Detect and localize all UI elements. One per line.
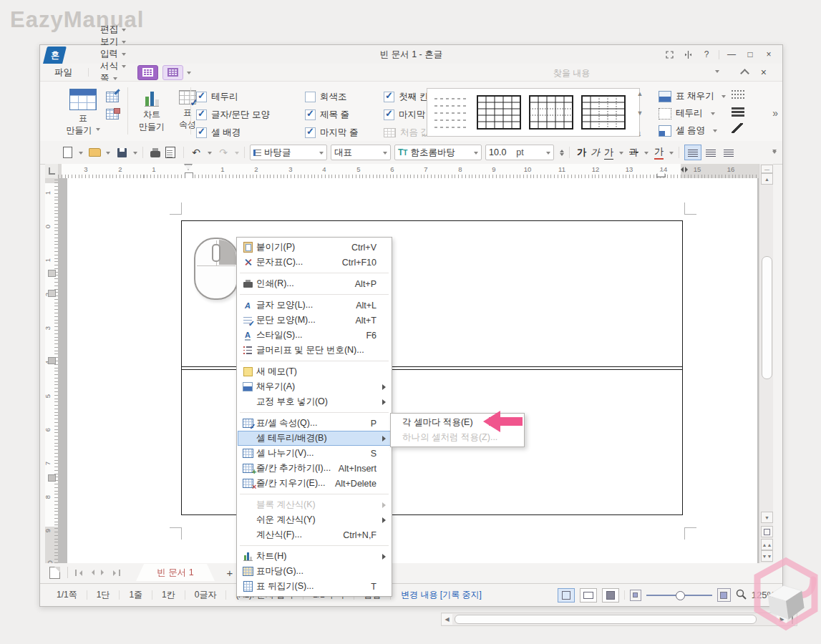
ribbon-checkbox[interactable]: 회색조 [305,88,384,106]
chevron-down-icon[interactable] [187,72,191,77]
context-menu-item[interactable]: 줄/칸 지우기(E)... Alt+Delete [238,476,391,491]
split-handle-icon[interactable]: — [761,165,773,173]
scroll-down-icon[interactable]: ▼ [761,512,773,523]
column-resize-marker[interactable] [678,167,691,172]
row-marker[interactable] [48,474,56,482]
new-document-button[interactable] [60,145,74,160]
chevron-down-icon[interactable] [106,152,110,157]
zoom-slider-knob[interactable] [676,591,685,600]
table-fill-button[interactable]: 표 채우기 [659,90,726,102]
style-set-select[interactable]: 대표 [331,145,391,160]
menu-item[interactable]: 서식 [93,60,133,72]
context-menu-item[interactable] [238,491,391,497]
scrollbar-thumb[interactable] [762,256,772,379]
page-icon[interactable] [49,567,60,579]
collapse-ribbon-button[interactable] [742,68,748,79]
document-tab[interactable]: 빈 문서 1 [136,564,215,581]
cell-border-button[interactable]: 테두리 [659,107,715,119]
save-button[interactable] [115,145,129,160]
ribbon-checkbox[interactable]: 글자/문단 모양 [196,106,305,124]
ribbon-checkbox[interactable]: 마지막 줄 [305,124,384,142]
menu-file[interactable]: 파일 [40,67,84,79]
menu-item[interactable]: 입력 [93,48,133,60]
font-color-button[interactable]: 가 [652,145,666,160]
zoom-out-button[interactable] [630,590,641,601]
chevron-down-icon[interactable] [619,152,623,157]
chevron-down-icon[interactable] [79,152,83,157]
border-style-dotted-button[interactable] [732,90,744,100]
top-margin-marker[interactable] [48,270,56,277]
preview-button[interactable] [163,145,178,160]
context-menu-item[interactable]: 셀 나누기(V)... S [238,446,391,461]
row-marker[interactable] [48,357,56,364]
italic-button[interactable]: 가 [588,145,602,160]
scroll-up-icon[interactable]: ▲ [761,173,773,185]
bold-button[interactable]: 가 [575,145,588,160]
fullscreen-icon[interactable] [663,49,676,60]
table-style-option[interactable] [433,95,469,130]
context-menu-item[interactable]: 쉬운 계산식(Y) [238,512,391,527]
context-menu-item[interactable]: 문단 모양(M)... Alt+T [238,313,391,328]
help-button[interactable]: ? [700,49,713,60]
erase-table-icon[interactable] [106,109,119,119]
context-menu-item[interactable]: 표 뒤집기(S)... T [238,579,391,594]
paragraph-style-select[interactable]: 바탕글 [250,145,327,160]
tab-navigation[interactable] [75,566,120,579]
ribbon-more-button[interactable]: » [772,107,778,119]
create-table-button[interactable]: 표 만들기 [64,89,102,137]
context-menu-item[interactable]: 계산식(F)... Ctrl+N,F [238,527,391,542]
ribbon-checkbox[interactable]: 테두리 [196,88,305,106]
align-right-button[interactable] [720,145,737,160]
context-menu-item[interactable]: 표마당(G)... [238,564,391,579]
fit-width-button[interactable] [580,588,597,602]
print-button[interactable] [148,145,162,160]
select-browse-object-icon[interactable] [761,526,773,537]
zoom-in-button[interactable] [717,588,731,602]
table-edit-mode-button[interactable] [137,65,158,80]
context-menu-item[interactable]: 글머리표 및 문단 번호(N)... [238,343,391,358]
chevron-down-icon[interactable] [644,152,648,157]
open-button[interactable] [87,145,102,160]
table-style-option[interactable] [581,95,626,130]
margin-marker[interactable] [48,290,56,297]
chevron-down-icon[interactable] [208,152,212,157]
change-tracking-status[interactable]: 변경 내용 [기록 중지] [391,589,492,601]
border-style-solid-button[interactable] [732,107,744,118]
minimize-button[interactable]: — [725,49,738,60]
toolbar-more-button[interactable] [772,150,777,156]
find-bar[interactable]: 찾을 내용 [550,67,722,82]
previous-page-icon[interactable]: ▲▲ [761,539,773,550]
context-menu-item[interactable]: 붙이기(P) Ctrl+V [238,240,391,255]
full-view-button[interactable] [602,588,619,602]
context-menu-item[interactable]: 새 메모(T) [238,364,391,379]
new-tab-button[interactable]: + [222,567,238,579]
vertical-scrollbar[interactable]: — ▲ ▼ ▲▲ ▼▼ [759,164,773,563]
ribbon-checkbox[interactable]: 셀 배경 [196,124,305,142]
context-menu-item[interactable]: 차트(H) [238,549,391,564]
cell-shading-button[interactable]: 셀 음영 [659,125,717,137]
font-size-stepper[interactable] [560,147,564,158]
context-menu-item[interactable]: 줄/칸 추가하기(I)... Alt+Insert [238,461,391,476]
page-view-button[interactable] [558,588,575,602]
strikethrough-button[interactable]: 과 [627,145,641,160]
font-size-input[interactable]: 10.0 pt [485,145,554,160]
context-menu-item[interactable]: 문자표(C)... Ctrl+F10 [238,255,391,270]
split-view-icon[interactable] [681,49,694,60]
submenu-item[interactable]: 하나의 셀처럼 적용(Z)... [391,430,524,445]
font-select[interactable]: TT 함초롬바탕 [394,145,482,160]
draw-table-icon[interactable] [106,92,119,102]
zoom-slider[interactable] [646,590,712,600]
context-menu-item[interactable] [238,542,391,549]
redo-button[interactable]: ↷ [216,145,230,160]
context-menu-item[interactable] [238,270,391,276]
ruler-corner-box[interactable] [45,164,59,179]
underline-button[interactable]: 가 [602,145,616,160]
menu-item[interactable]: 보기 [93,36,133,48]
gallery-up-icon[interactable]: ▲ [637,90,643,97]
align-left-button[interactable] [702,145,719,160]
magnifier-icon[interactable] [736,589,747,602]
context-menu-item[interactable]: 글자 모양(L)... Alt+L [238,298,391,313]
context-menu-item[interactable]: 인쇄(R)... Alt+P [238,276,391,291]
menu-item[interactable]: 편집 [93,24,133,36]
table-style-option[interactable] [529,95,573,130]
